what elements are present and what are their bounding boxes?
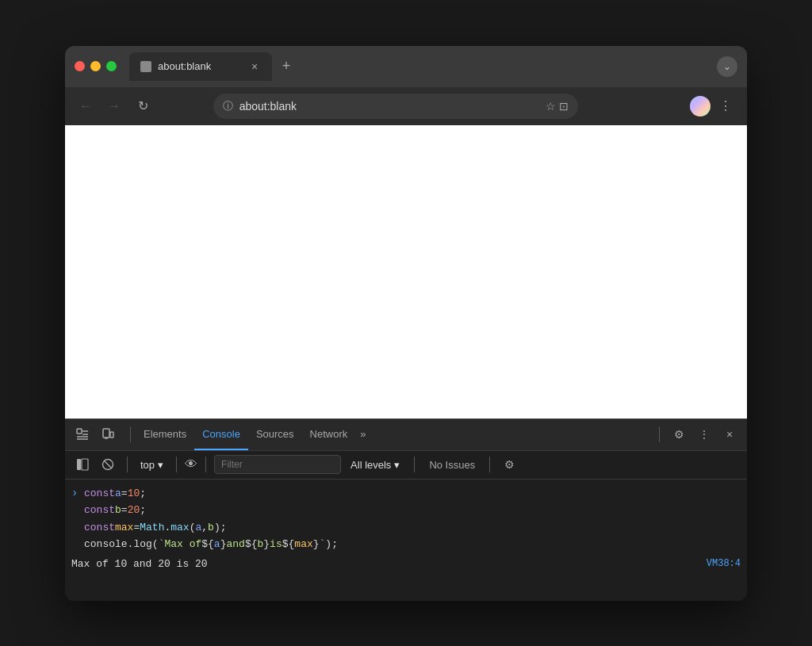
- back-button[interactable]: ←: [75, 95, 97, 117]
- forward-icon: →: [108, 99, 121, 113]
- code-row-2: const b = 20 ;: [84, 502, 338, 519]
- console-output: const a = 10 ; const b = 20 ;: [65, 480, 747, 601]
- address-bar: ← → ↻ ⓘ about:blank ☆ ⊡ ⋮: [65, 87, 747, 125]
- code-token: is: [270, 537, 282, 552]
- devtools-close-button[interactable]: ×: [718, 423, 741, 445]
- console-filter-input[interactable]: [214, 455, 341, 474]
- code-token: );: [325, 537, 338, 552]
- svg-rect-8: [77, 459, 81, 470]
- url-right-icons: ☆ ⊡: [546, 100, 569, 113]
- code-token: b: [208, 520, 214, 536]
- toolbar-right: ⋮: [690, 94, 737, 118]
- tab-elements[interactable]: Elements: [136, 419, 194, 450]
- devtools-settings-button[interactable]: ⚙: [668, 423, 690, 445]
- context-label: top: [140, 459, 155, 471]
- context-dropdown-icon: ▾: [158, 459, 163, 471]
- console-code-lines: const a = 10 ; const b = 20 ;: [84, 485, 338, 553]
- code-token: }: [313, 537, 320, 552]
- console-clear-button[interactable]: [97, 453, 119, 476]
- code-token: =: [121, 503, 128, 518]
- code-token: const: [84, 486, 115, 502]
- console-eye-button[interactable]: 👁: [185, 457, 197, 472]
- console-sidebar-button[interactable]: [71, 453, 94, 476]
- code-token: const: [84, 503, 115, 518]
- console-toolbar-sep2: [176, 457, 177, 472]
- svg-rect-6: [110, 432, 113, 438]
- code-token: ${: [245, 537, 258, 552]
- devtools-more-button[interactable]: ⋮: [693, 423, 715, 445]
- code-token: }: [263, 537, 270, 552]
- browser-window: about:blank × + ⌄ ← → ↻ ⓘ about:blank ☆ …: [65, 46, 747, 601]
- svg-rect-5: [103, 429, 109, 438]
- code-token: (: [190, 520, 196, 536]
- tab-more-button[interactable]: »: [355, 419, 370, 450]
- devtools-panel: Elements Console Sources Network » ⚙ ⋮ ×: [65, 419, 747, 601]
- console-vm-link[interactable]: VM38:4: [707, 558, 741, 569]
- forward-button[interactable]: →: [103, 95, 125, 117]
- code-token: and: [226, 537, 244, 552]
- new-tab-button[interactable]: +: [275, 55, 297, 78]
- code-token: max: [170, 520, 189, 536]
- tab-sources[interactable]: Sources: [248, 419, 302, 450]
- code-token: 20: [128, 503, 140, 518]
- console-output-row: Max of 10 and 20 is 20 VM38:4: [65, 556, 747, 572]
- code-token: ${: [201, 537, 214, 552]
- console-toolbar-sep5: [489, 457, 490, 472]
- code-token: =: [121, 486, 128, 502]
- active-tab[interactable]: about:blank ×: [129, 52, 272, 81]
- console-output-text: Max of 10 and 20 is 20: [71, 558, 208, 570]
- console-toolbar: top ▾ 👁 All levels ▾ No Issues ⚙: [65, 451, 747, 480]
- maximize-window-button[interactable]: [106, 61, 117, 71]
- code-token: =: [133, 520, 140, 536]
- code-token: max: [115, 520, 133, 536]
- page-content: [65, 125, 747, 419]
- reload-icon: ↻: [138, 98, 148, 113]
- svg-rect-9: [82, 459, 88, 470]
- code-token: .: [164, 520, 170, 536]
- tab-network[interactable]: Network: [302, 419, 356, 450]
- code-token: console.log(: [84, 537, 159, 552]
- devtools-tabs: Elements Console Sources Network » ⚙ ⋮ ×: [65, 419, 747, 451]
- code-row-4: console.log( `Max of ${ a } and ${ b } i…: [84, 536, 338, 553]
- code-token: a: [195, 520, 201, 536]
- console-settings-button[interactable]: ⚙: [498, 453, 520, 476]
- tab-dropdown-button[interactable]: ⌄: [717, 56, 737, 77]
- url-bar[interactable]: ⓘ about:blank ☆ ⊡: [213, 94, 578, 119]
- bookmark-icon[interactable]: ☆: [546, 100, 556, 113]
- console-toolbar-sep4: [414, 457, 415, 472]
- levels-dropdown-icon: ▾: [394, 459, 400, 471]
- tab-close-button[interactable]: ×: [248, 60, 261, 73]
- devtools-device-button[interactable]: [97, 423, 119, 445]
- profile-avatar[interactable]: [690, 96, 710, 117]
- more-options-icon[interactable]: ⋮: [714, 94, 737, 118]
- code-row-1: const a = 10 ;: [84, 485, 338, 503]
- devtools-inspect-button[interactable]: [71, 423, 94, 445]
- code-token: b: [115, 503, 121, 518]
- code-row-3: const max = Math . max ( a , b );: [84, 519, 338, 537]
- url-text: about:blank: [239, 100, 297, 113]
- code-token: 10: [128, 486, 140, 502]
- minimize-window-button[interactable]: [90, 61, 101, 71]
- code-token: b: [257, 537, 263, 552]
- devtools-left-icons: [71, 423, 119, 445]
- console-levels-button[interactable]: All levels ▾: [344, 455, 406, 474]
- code-token: );: [214, 520, 227, 536]
- devtools-separator: [130, 426, 131, 442]
- extensions-icon[interactable]: ⊡: [559, 100, 569, 113]
- code-token: ;: [140, 486, 146, 502]
- code-token: const: [84, 520, 115, 536]
- close-window-button[interactable]: [75, 61, 85, 71]
- devtools-right-separator: [659, 426, 660, 442]
- svg-line-11: [105, 461, 112, 468]
- console-toolbar-sep1: [127, 457, 128, 472]
- code-token: ;: [140, 503, 146, 518]
- code-token: a: [214, 537, 220, 552]
- levels-label: All levels: [350, 459, 391, 471]
- tab-bar: about:blank × + ⌄: [129, 52, 737, 81]
- reload-button[interactable]: ↻: [132, 95, 154, 117]
- tab-console[interactable]: Console: [194, 419, 248, 450]
- console-toolbar-sep3: [205, 457, 206, 472]
- traffic-lights: [75, 61, 117, 71]
- context-selector[interactable]: top ▾: [136, 457, 168, 472]
- console-code-block: const a = 10 ; const b = 20 ;: [65, 483, 747, 556]
